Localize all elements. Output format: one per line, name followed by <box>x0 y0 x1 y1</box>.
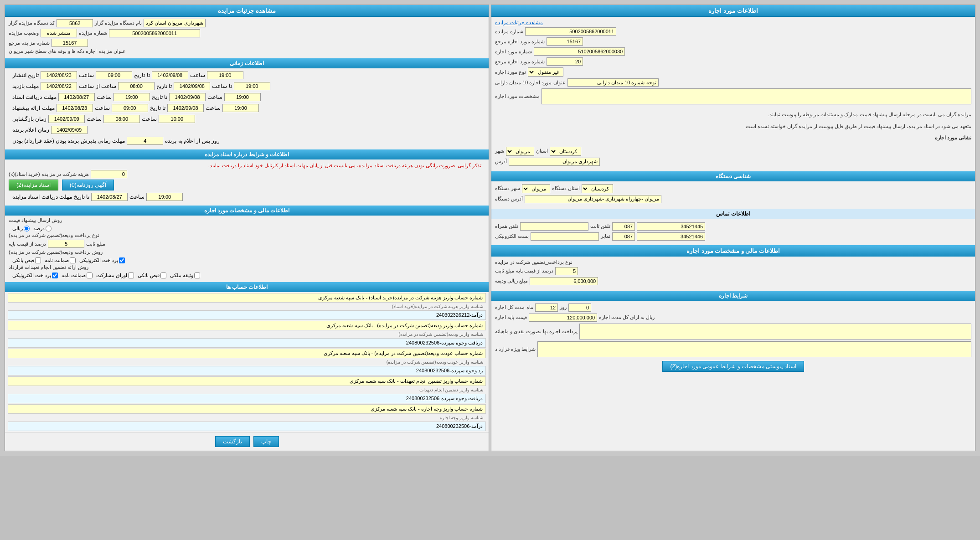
shahr-label: شهر <box>495 148 504 154</box>
chk-eraeh-pardakht[interactable] <box>52 273 58 278</box>
shomareh-marje-r-label: شماره مزایده مرجع <box>9 40 50 46</box>
shomareh-mazayadeh-r-label: شماره مزایده <box>79 30 107 36</box>
mablagh-riali-input[interactable] <box>530 277 598 285</box>
shahr-dastgah-select[interactable]: مریوان <box>522 184 550 193</box>
account-row: درآمد-240302326212 <box>8 310 486 320</box>
nemabr-input[interactable] <box>637 232 705 241</box>
shomareh-mazayadeh-input[interactable] <box>525 27 616 36</box>
shomareh-marje-label: شماره مورد اجاره مرجع <box>495 39 545 45</box>
darsad-gheymat-value: 5 <box>48 240 84 248</box>
darsad-input[interactable] <box>555 267 578 275</box>
shomareh-morad-marje2-input[interactable] <box>547 57 583 66</box>
btn-asnad[interactable]: اسناد پیوستی مشخصات و شرایط عمومی مورد ا… <box>662 361 804 372</box>
moshakhasat-textarea[interactable] <box>542 88 971 104</box>
asnad-header: اطلاعات و شرایط درباره اسناد مزایده <box>5 149 489 159</box>
ostan-dastgah-select[interactable]: کردستان <box>582 184 613 193</box>
eraeh-methods: وثیقه ملکی قبض بانکی اوراق مشارکت ضمانت … <box>9 272 485 279</box>
chk-eraeh-awraq[interactable] <box>128 273 134 278</box>
sharayet-gharardar-textarea[interactable] <box>537 341 971 357</box>
hazineh-input[interactable] <box>91 170 127 178</box>
account-label: شماره حساب واریز تضمین انجام تعهدات - با… <box>350 378 483 384</box>
btn-chap[interactable]: چاپ <box>253 436 279 447</box>
shomareh-marje-input[interactable] <box>547 37 583 46</box>
agahi-btn[interactable]: آگهی روزنامه(0) <box>62 180 114 190</box>
ejare-financial-header: اطلاعات مالی و مشخصات مورد اجاره <box>5 206 489 216</box>
address-input[interactable] <box>509 158 600 166</box>
info-text3: نشانی مورد اجاره <box>491 132 975 144</box>
code1-input[interactable] <box>612 222 635 231</box>
btn-bazgasht[interactable]: بازگشت <box>215 436 250 447</box>
unit-roz-label: روز <box>560 304 567 310</box>
info-text2: متعهد می شود در اسناد مزایده، ارسال پیشن… <box>491 121 975 133</box>
ta-saat-bazar: 19:00 <box>234 82 270 90</box>
link-mazayadeh[interactable]: مشاهده جزئیات مزایده <box>495 20 543 26</box>
ta-saat-enteshar: 19:00 <box>207 71 243 79</box>
address-label: آدرس <box>495 159 507 165</box>
tarikh-bazar-az: 1402/08/22 <box>41 82 77 90</box>
ta-saat-eraeh: 19:00 <box>222 104 259 112</box>
saat-eraeh: 09:00 <box>112 104 148 112</box>
chk-gheis-banki[interactable] <box>35 257 41 263</box>
chk-pardakht-elektroniki[interactable] <box>119 257 125 263</box>
account-row: شماره حساب واریز تضمین انجام تعهدات - با… <box>8 376 486 386</box>
ta-tarikh-eraeh: 1402/09/08 <box>167 104 204 112</box>
shomareh-morad-ejare-label: شماره مورد اجاره <box>495 49 532 55</box>
address-dastgah-input[interactable] <box>525 195 661 203</box>
ta-tarikh-enteshar: 1402/09/08 <box>152 71 188 79</box>
account-row: شماره حساب واریز وجه اجاره - بانک سپه شع… <box>8 404 486 414</box>
noe-morad-ejare-label: نوع مورد اجاره <box>495 69 526 75</box>
vaziat-value: منتشر شده <box>41 29 77 37</box>
warning-text: تذکر گرامی: ضرورت رانگی بودن هزینه دریاف… <box>9 161 485 170</box>
account-label: شماره حساب واریز وجه اجاره - بانک سپه شع… <box>371 406 483 412</box>
shenasai-dastgah-header: شناسی دستگاه <box>491 171 975 181</box>
saat-bazar: 08:00 <box>118 82 155 90</box>
moshakhasat-label: مشخصات مورد اجاره <box>495 93 540 99</box>
shahr-select[interactable]: مریوان <box>506 147 534 156</box>
contact-header: اطلاعات تماس <box>491 209 975 219</box>
modat-roz-input[interactable] <box>568 303 591 312</box>
zaman-elam-value: 1402/09/09 <box>51 126 88 134</box>
account-sub: شناسه واریز وجه اجاره <box>8 415 486 421</box>
onvan-morad-ejare-input[interactable] <box>567 78 659 87</box>
account-value: دریافت وجوه سپرده-240800232506 <box>406 340 483 346</box>
asnad-mazayadeh-btn[interactable]: اسناد مزایده(2) <box>9 180 58 190</box>
tel-hamrah-label: تلفن همراه <box>495 223 518 229</box>
ravesh-ersal-rial[interactable] <box>24 226 30 231</box>
post-input[interactable] <box>531 232 599 241</box>
account-row: شماره حساب واریز هزینه شرکت در مزایده(خر… <box>8 293 486 303</box>
tel-sabot-input[interactable] <box>637 222 705 231</box>
financial-header: اطلاعات مالی و مشخصات مورد اجاره <box>491 245 975 257</box>
noe-morad-ejare-select[interactable]: غیر منقول <box>528 67 563 77</box>
mablagh-riali-label: مبلغ ریالی ودیعه <box>495 278 528 284</box>
code2-input[interactable] <box>612 232 635 241</box>
ta-tarikh-bazar: 1402/09/08 <box>174 82 210 90</box>
gheymat-paye-input[interactable] <box>529 314 597 322</box>
saat-bazshenasi-from: 08:00 <box>103 115 140 123</box>
ostan-dastgah-label: استان دستگاه <box>552 185 580 191</box>
account-row: درآمد-240800232506 <box>8 422 486 431</box>
hesab-header: اطلاعات حساب ها <box>5 282 489 292</box>
ostan-select[interactable]: کردستان <box>550 147 581 156</box>
sharayet-pardakht-textarea[interactable] <box>579 324 971 339</box>
name-dastgah-label: نام دستگاه مزایده گزار <box>95 20 142 26</box>
bottom-bar: چاپ بازگشت <box>5 432 489 451</box>
mablagh-sabot-label: مبلغ ثابت <box>495 268 514 274</box>
onvan-morad-ejare-label: عنوان مورد اجاره 10 میدان دارایی <box>495 80 566 86</box>
shomareh-mazayadeh-label: شماره مزایده <box>495 29 523 35</box>
shomareh-morad-ejare-input[interactable] <box>534 47 625 56</box>
ravesh-ersal-group: درصد ریالی <box>9 225 485 232</box>
modat-mah-input[interactable] <box>535 303 558 312</box>
account-sub: شناسه واریز ودیعه(تضمین شرکت در مزایده) <box>8 331 486 337</box>
shomareh-morad-marje2-label: شماره مورد اجاره مرجع <box>495 59 545 65</box>
tel-hamrah-input[interactable] <box>520 222 588 231</box>
onvan-value: عنوان مزایده اجاره دکه ها و بوفه های سطح… <box>9 48 126 54</box>
ravesh-ersal-darsad[interactable] <box>46 226 52 231</box>
chk-eraeh-gheis[interactable] <box>160 273 166 278</box>
mohlat-pazirosh-value: 4 <box>127 137 163 145</box>
chk-eraeh-vasigehh[interactable] <box>194 273 200 278</box>
chk-eraeh-zamanat[interactable] <box>87 273 93 278</box>
left-panel-header: اطلاعات مورد اجاره <box>491 5 975 17</box>
chk-zamanat-nameh[interactable] <box>70 257 76 263</box>
account-value: رد وجوه سپرده-240800232506 <box>416 368 483 374</box>
address-dastgah-label: آدرس دستگاه <box>495 196 523 202</box>
